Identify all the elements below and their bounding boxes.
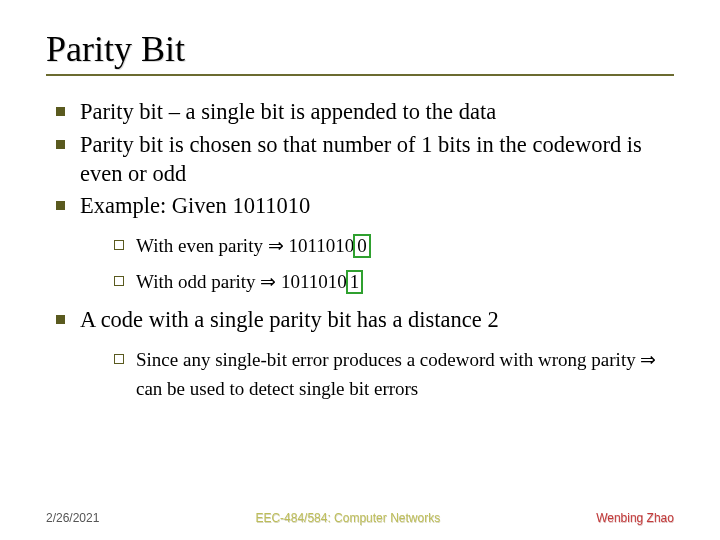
sub-bullet-text-tail: can be used to detect single bit errors — [136, 378, 418, 399]
sub-bullet-list: Since any single-bit error produces a co… — [80, 345, 674, 404]
bullet-text: Parity bit – a single bit is appended to… — [80, 99, 496, 124]
bullet-text: A code with a single parity bit has a di… — [80, 307, 499, 332]
sub-bullet-text: With odd parity — [136, 271, 260, 292]
slide: Parity Bit Parity bit – a single bit is … — [0, 0, 720, 540]
bullet-item: A code with a single parity bit has a di… — [50, 306, 674, 404]
bullet-item: Parity bit is chosen so that number of 1… — [50, 131, 674, 189]
footer-author: Wenbing Zhao — [596, 511, 674, 525]
implies-symbol: ⇒ — [268, 235, 284, 256]
sub-bullet-text: Since any single-bit error produces a co… — [136, 349, 640, 370]
sub-bullet-item: With even parity ⇒ 10110100 — [110, 231, 674, 260]
bullet-list: Parity bit – a single bit is appended to… — [46, 98, 674, 404]
code-bits: 1011010 — [276, 271, 347, 292]
sub-bullet-item: Since any single-bit error produces a co… — [110, 345, 674, 404]
sub-bullet-item: With odd parity ⇒ 10110101 — [110, 267, 674, 296]
slide-footer: 2/26/2021 EEC-484/584: Computer Networks… — [0, 511, 720, 525]
bullet-text: Parity bit is chosen so that number of 1… — [80, 132, 642, 186]
implies-symbol: ⇒ — [260, 271, 276, 292]
bullet-text: Example: Given 1011010 — [80, 193, 310, 218]
parity-digit-box: 0 — [353, 234, 371, 258]
implies-symbol: ⇒ — [640, 349, 656, 370]
bullet-item: Parity bit – a single bit is appended to… — [50, 98, 674, 127]
footer-course: EEC-484/584: Computer Networks — [255, 511, 440, 525]
slide-title: Parity Bit — [46, 28, 674, 76]
sub-bullet-list: With even parity ⇒ 10110100 With odd par… — [80, 231, 674, 296]
parity-digit-box: 1 — [346, 270, 364, 294]
bullet-item: Example: Given 1011010 With even parity … — [50, 192, 674, 296]
footer-date: 2/26/2021 — [46, 511, 99, 525]
sub-bullet-text: With even parity — [136, 235, 268, 256]
code-bits: 1011010 — [284, 235, 355, 256]
